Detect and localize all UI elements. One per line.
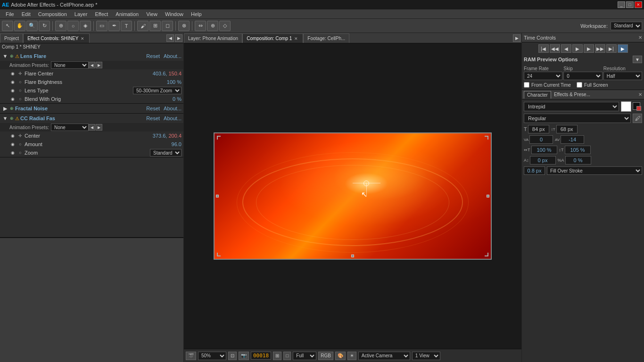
prop-cc-center-stopwatch[interactable]: ◉ (9, 132, 16, 139)
menu-help[interactable]: Help (187, 10, 206, 18)
horiz-scale-input[interactable] (531, 146, 557, 154)
btn-prev-keyframe[interactable]: ◀ (561, 44, 571, 53)
full-screen-checkbox[interactable] (577, 82, 582, 88)
workspace-select[interactable]: Standard (611, 22, 642, 30)
menu-animation[interactable]: Animation (112, 10, 142, 18)
menu-edit[interactable]: Edit (18, 10, 34, 18)
view-count-select[interactable]: 1 View (412, 352, 440, 360)
tool-text[interactable]: T (121, 21, 132, 31)
viewer-resolution-toggle[interactable]: □ (283, 352, 291, 360)
prop-cc-zoom-select[interactable]: Standard (150, 149, 182, 156)
prop-flare-center-value[interactable]: 403.6, 150.4 (153, 71, 182, 76)
resolution-select[interactable]: HalfFullQuarter (603, 72, 642, 80)
effect-fractal-enable[interactable]: ⊕ (8, 105, 15, 112)
btn-prev-frame[interactable]: ◀◀ (550, 44, 560, 53)
lens-flare-about[interactable]: About... (164, 53, 182, 59)
tool-rotate[interactable]: ↻ (39, 21, 50, 31)
btn-go-to-start[interactable]: |◀ (538, 44, 549, 53)
menu-window[interactable]: Window (161, 10, 187, 18)
effect-cc-radial-enable[interactable]: ⊕ (8, 115, 15, 122)
btn-next-keyframe[interactable]: ▶ (584, 44, 594, 53)
maximize-button[interactable]: □ (626, 1, 634, 8)
prop-flare-brightness-value[interactable]: 100 % (167, 79, 182, 85)
prop-flare-center-stopwatch[interactable]: ◉ (9, 70, 16, 77)
close-button[interactable]: ✕ (635, 1, 642, 8)
font-size-input[interactable] (528, 125, 549, 133)
viewer-timecode[interactable]: 00018 (251, 352, 271, 360)
zoom-select[interactable]: 50%100%25% (198, 352, 226, 360)
prop-cc-amount-stopwatch[interactable]: ◉ (9, 141, 16, 148)
btn-next-frame[interactable]: ▶▶ (595, 44, 605, 53)
stroke-width-input[interactable] (524, 166, 545, 175)
time-controls-close[interactable]: ✕ (638, 35, 642, 40)
tool-anchor[interactable]: ⊕ (207, 21, 218, 31)
tool-eraser[interactable]: ◻ (162, 21, 173, 31)
kerning-input[interactable] (529, 135, 553, 144)
lens-flare-prev-keyframe[interactable]: ◀ (89, 62, 95, 68)
baseline-input[interactable] (530, 156, 556, 165)
tool-unified[interactable]: ⊕ (55, 21, 66, 31)
btn-play[interactable]: ▶ (572, 44, 583, 53)
prop-cc-center-value[interactable]: 373.6, 200.4 (153, 133, 182, 139)
tool-roto[interactable]: ⊗ (178, 21, 190, 31)
menu-file[interactable]: File (2, 10, 18, 18)
panel-arrow-right[interactable]: ▶ (175, 34, 182, 42)
lens-flare-next-keyframe[interactable]: ▶ (96, 62, 102, 68)
cc-radial-next-keyframe[interactable]: ▶ (96, 124, 102, 131)
tool-selection[interactable]: ↖ (2, 21, 13, 31)
viewer-checkerboard-btn[interactable]: ⊞ (273, 352, 281, 360)
menu-layer[interactable]: Layer (71, 10, 91, 18)
fill-type-select[interactable]: Fill Over Stroke (547, 166, 642, 175)
panel-arrow-left[interactable]: ◀ (166, 34, 174, 42)
viewer-fit-btn[interactable]: ⊡ (228, 352, 237, 360)
tab-project[interactable]: Project (0, 33, 23, 43)
prop-cc-amount-value[interactable]: 96.0 (172, 141, 182, 147)
eyedropper-btn[interactable]: 🖊 (633, 114, 642, 123)
tool-stamp[interactable]: ⊞ (149, 21, 161, 31)
tab-effect-controls[interactable]: Effect Controls: SHINEY ✕ (23, 33, 90, 43)
font-color-accent-swatch[interactable] (636, 106, 641, 111)
comp-arrow-right[interactable]: ▶ (513, 34, 520, 42)
btn-ram-preview[interactable]: ▶ (618, 44, 628, 53)
menu-composition[interactable]: Composition (34, 10, 71, 18)
tab-composition-comp1[interactable]: Composition: Comp 1 ✕ (242, 33, 303, 43)
tool-pan-3d[interactable]: ◈ (80, 21, 91, 31)
minimize-button[interactable]: _ (618, 1, 625, 8)
effect-lens-flare-enable[interactable]: ⊕ (8, 53, 15, 59)
prop-lens-type-select[interactable]: 50-300mm Zoom (133, 87, 182, 94)
viewer-channel-btn[interactable]: RGB (318, 352, 333, 360)
tool-brush[interactable]: 🖌 (137, 21, 149, 31)
tsume-input[interactable] (565, 156, 591, 165)
tab-layer-phone-animation[interactable]: Layer: Phone Animation (184, 33, 242, 43)
leading-input[interactable] (556, 125, 578, 133)
btn-go-to-end[interactable]: ▶| (606, 44, 617, 53)
cc-radial-about[interactable]: About... (164, 115, 182, 121)
frame-rate-select[interactable]: 24 (524, 72, 562, 80)
tool-zoom[interactable]: 🔍 (26, 21, 38, 31)
tool-orbit[interactable]: ○ (67, 21, 79, 31)
prop-blend-stopwatch[interactable]: ◉ (9, 96, 16, 102)
effect-fractal-toggle[interactable]: ▶ (2, 105, 8, 112)
tool-move[interactable]: ⇔ (195, 21, 206, 31)
cc-radial-prev-keyframe[interactable]: ◀ (89, 124, 95, 131)
from-current-time-checkbox[interactable] (524, 82, 529, 88)
ram-preview-dropdown[interactable]: ▼ (633, 56, 642, 63)
vert-scale-input[interactable] (565, 146, 591, 154)
tab-footage-cellph[interactable]: Footage: CellPh... (303, 33, 349, 43)
cc-radial-presets-select[interactable]: None (51, 123, 89, 131)
lens-flare-reset[interactable]: Reset (146, 53, 160, 59)
viewer-exposure-btn[interactable]: ☀ (347, 352, 356, 360)
tab-effect-controls-close[interactable]: ✕ (80, 36, 85, 41)
prop-cc-zoom-stopwatch[interactable]: ◉ (9, 149, 16, 156)
prop-flare-brightness-stopwatch[interactable]: ◉ (9, 79, 16, 85)
skip-select[interactable]: 0 (563, 72, 602, 80)
character-panel-close[interactable]: ✕ (638, 92, 642, 97)
menu-view[interactable]: View (142, 10, 161, 18)
font-name-select[interactable]: Intrepid (524, 102, 619, 111)
viewer-snapshot-btn[interactable]: 📷 (239, 352, 249, 360)
tool-hand[interactable]: ✋ (14, 21, 25, 31)
prop-lens-type-stopwatch[interactable]: ◉ (9, 87, 16, 94)
tool-pen[interactable]: ✒ (108, 21, 120, 31)
effect-lens-flare-toggle[interactable]: ▼ (2, 53, 8, 59)
viewer-color-mgmt-btn[interactable]: 🎨 (335, 352, 346, 360)
